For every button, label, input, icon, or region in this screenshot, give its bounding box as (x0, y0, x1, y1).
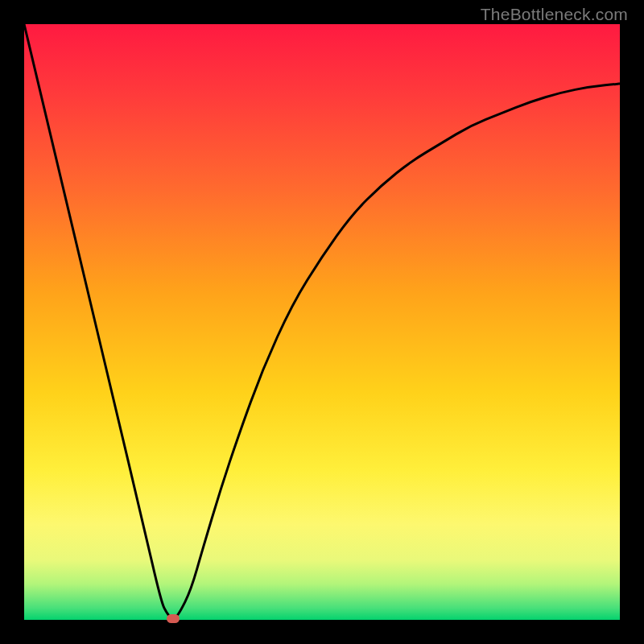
bottleneck-curve (24, 24, 620, 618)
minimum-marker (167, 614, 180, 623)
chart-stage: TheBottleneck.com (0, 0, 644, 644)
curve-layer (24, 24, 620, 620)
attribution-text: TheBottleneck.com (481, 5, 628, 24)
